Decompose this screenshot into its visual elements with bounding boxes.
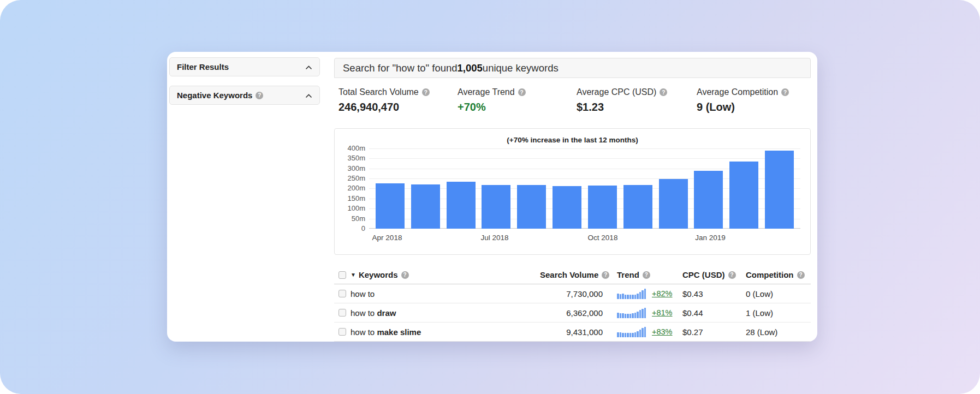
app-card: Filter Results Negative Keywords ? Searc… xyxy=(167,52,817,342)
keyword-cell: how to make slime xyxy=(351,327,540,337)
summary-suffix: unique keywords xyxy=(483,62,559,74)
cpc-cell: $0.27 xyxy=(682,327,746,337)
filter-results-label: Filter Results xyxy=(177,62,229,71)
chart-bar xyxy=(765,151,794,229)
trend-cell: +81% xyxy=(617,308,682,318)
help-icon[interactable]: ? xyxy=(518,88,526,96)
chart-bar xyxy=(588,186,617,229)
keyword-cell: how to draw xyxy=(351,308,540,318)
sort-desc-icon[interactable]: ▼ xyxy=(351,272,356,278)
stat-average-competition: Average Competition? 9 (Low) xyxy=(697,87,812,114)
y-tick-label: 150m xyxy=(347,194,365,202)
y-tick-label: 250m xyxy=(347,174,365,182)
chart-bar xyxy=(482,185,510,229)
trend-link[interactable]: +82% xyxy=(652,289,673,298)
trend-cell: +82% xyxy=(617,289,682,299)
chevron-up-icon[interactable] xyxy=(305,91,312,100)
help-icon[interactable]: ? xyxy=(256,92,263,99)
stat-label: Average Trend xyxy=(458,87,515,97)
trend-link[interactable]: +81% xyxy=(652,308,673,317)
table-row: how to 7,730,000 +82% $0.43 0 (Low) xyxy=(334,284,811,303)
help-icon[interactable]: ? xyxy=(728,271,736,279)
chart-bar xyxy=(376,183,405,229)
y-tick-label: 100m xyxy=(347,204,365,212)
keywords-table: ▼ Keywords ? Search Volume ? Trend ? CPC… xyxy=(334,266,811,342)
stat-average-trend: Average Trend? +70% xyxy=(458,87,573,114)
help-icon[interactable]: ? xyxy=(422,88,430,96)
help-icon[interactable]: ? xyxy=(643,271,650,279)
stat-average-cpc: Average CPC (USD)? $1.23 xyxy=(577,87,692,114)
help-icon[interactable]: ? xyxy=(781,88,789,96)
help-icon[interactable]: ? xyxy=(660,88,667,96)
competition-cell: 0 (Low) xyxy=(746,289,811,299)
competition-cell: 28 (Low) xyxy=(746,327,811,337)
stat-value: +70% xyxy=(458,101,573,114)
table-header: ▼ Keywords ? Search Volume ? Trend ? CPC… xyxy=(334,266,811,284)
y-tick-label: 0 xyxy=(361,224,365,232)
stat-total-search-volume: Total Search Volume? 246,940,470 xyxy=(338,87,454,114)
summary-prefix: Search for "how to" found xyxy=(343,62,458,74)
stat-value: 246,940,470 xyxy=(338,101,454,114)
help-icon[interactable]: ? xyxy=(797,271,805,279)
chart-bar xyxy=(623,185,652,229)
trend-sparkline xyxy=(617,308,648,318)
help-icon[interactable]: ? xyxy=(401,271,409,279)
keyword-cell: how to xyxy=(351,289,540,299)
y-tick-label: 350m xyxy=(347,154,365,162)
select-all-checkbox[interactable] xyxy=(338,271,346,279)
summary-count: 1,005 xyxy=(458,62,483,74)
trend-sparkline xyxy=(617,289,648,299)
trend-cell: +83% xyxy=(617,327,682,337)
row-checkbox[interactable] xyxy=(338,290,346,297)
row-checkbox[interactable] xyxy=(338,309,346,317)
chart-plot xyxy=(369,148,800,229)
column-header-competition[interactable]: Competition ? xyxy=(746,270,811,279)
main-content: Search for "how to" found 1,005 unique k… xyxy=(334,52,811,342)
cpc-cell: $0.44 xyxy=(682,308,746,318)
sidebar-panel-negative-keywords[interactable]: Negative Keywords ? xyxy=(169,86,320,105)
chart-bar xyxy=(411,184,440,229)
stat-label: Total Search Volume xyxy=(338,87,419,97)
trend-sparkline xyxy=(617,327,648,337)
y-axis: 400m 350m 300m 250m 200m 150m 100m 50m 0 xyxy=(335,148,365,229)
chart-title: (+70% increase in the last 12 months) xyxy=(335,136,810,144)
sidebar-panel-filter-results[interactable]: Filter Results xyxy=(169,57,320,76)
competition-cell: 1 (Low) xyxy=(746,308,811,318)
stat-value: $1.23 xyxy=(577,101,692,114)
y-tick-label: 300m xyxy=(347,164,365,172)
search-volume-chart: (+70% increase in the last 12 months) 40… xyxy=(334,128,811,255)
chevron-up-icon[interactable] xyxy=(305,62,312,72)
chart-bar xyxy=(694,171,723,229)
cpc-cell: $0.43 xyxy=(682,289,746,299)
stats-row: Total Search Volume? 246,940,470 Average… xyxy=(334,78,811,128)
row-checkbox[interactable] xyxy=(338,328,346,336)
background: Filter Results Negative Keywords ? Searc… xyxy=(0,0,980,394)
y-tick-label: 50m xyxy=(352,214,365,223)
column-header-trend[interactable]: Trend ? xyxy=(617,270,682,279)
volume-cell: 7,730,000 xyxy=(540,289,617,299)
x-tick-label: Apr 2018 xyxy=(372,234,402,242)
x-tick-label: Jul 2018 xyxy=(480,234,508,242)
column-header-keywords[interactable]: ▼ Keywords ? xyxy=(351,270,540,279)
column-header-search-volume[interactable]: Search Volume ? xyxy=(540,270,617,279)
stat-value: 9 (Low) xyxy=(697,101,812,114)
chart-bar xyxy=(553,186,581,229)
y-tick-label: 400m xyxy=(347,144,365,152)
trend-link[interactable]: +83% xyxy=(652,327,673,336)
table-row: how to draw 6,362,000 +81% $0.44 1 (Low) xyxy=(334,303,811,323)
volume-cell: 6,362,000 xyxy=(540,308,617,318)
chart-bar xyxy=(729,162,758,229)
chart-bars xyxy=(369,148,800,229)
table-row: how to make slime 9,431,000 +83% $0.27 2… xyxy=(334,323,811,342)
column-header-cpc[interactable]: CPC (USD) ? xyxy=(682,270,746,279)
negative-keywords-label: Negative Keywords xyxy=(177,91,252,100)
chart-bar xyxy=(517,185,546,229)
search-summary-bar: Search for "how to" found 1,005 unique k… xyxy=(334,58,811,78)
volume-cell: 9,431,000 xyxy=(540,327,617,337)
y-tick-label: 200m xyxy=(347,184,365,192)
chart-bar xyxy=(659,179,688,229)
chart-bar xyxy=(447,182,476,229)
help-icon[interactable]: ? xyxy=(602,271,609,279)
stat-label: Average Competition xyxy=(697,87,778,97)
x-axis: Apr 2018 Jul 2018 Oct 2018 Jan 2019 xyxy=(369,234,800,244)
